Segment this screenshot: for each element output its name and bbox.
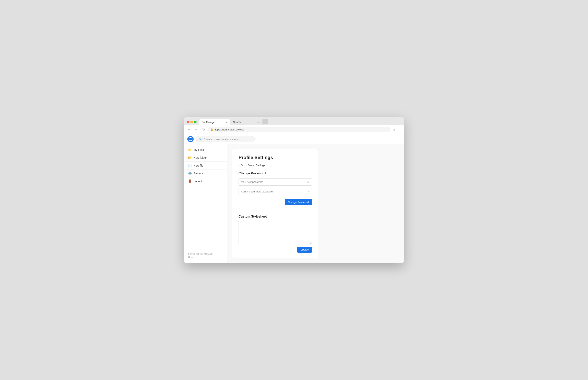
browser-window: File Manager × New Tab × ← → ↻ 🔒 https:/… <box>184 117 404 263</box>
maximize-button[interactable] <box>194 121 196 123</box>
confirm-password-input-wrapper: 👁 <box>239 188 312 195</box>
sidebar-item-logout-label: Logout <box>194 180 202 183</box>
logout-icon: 🚪 <box>188 179 192 183</box>
change-password-section-title: Change Password <box>239 172 312 175</box>
change-password-action: Change Password <box>239 198 312 205</box>
url-text: https://filemanager.project <box>214 128 388 131</box>
tab-bar: File Manager × New Tab × <box>199 119 401 125</box>
tab-new-tab-label: New Tab <box>233 121 242 124</box>
sidebar-item-settings-label: Settings <box>194 172 204 175</box>
sidebar-footer: Served with File Manager. Help <box>184 250 227 262</box>
sidebar: 📁 My Files 📂 New folder 📄 New file ⚙️ Se… <box>184 144 227 263</box>
sidebar-item-my-files[interactable]: 📁 My Files <box>184 146 227 154</box>
folder-plus-icon: 📂 <box>188 156 192 159</box>
search-bar[interactable]: 🔍 <box>196 136 255 142</box>
search-input[interactable] <box>204 138 252 141</box>
main-layout: 📁 My Files 📂 New folder 📄 New file ⚙️ Se… <box>184 144 404 263</box>
sidebar-item-my-files-label: My Files <box>194 148 204 152</box>
menu-icon[interactable]: ⋮ <box>397 127 401 132</box>
app-logo-inner <box>189 137 193 141</box>
sidebar-item-new-file[interactable]: 📄 New file <box>184 162 227 170</box>
custom-stylesheet-section-title: Custom Stylesheet <box>239 215 312 218</box>
app-content: 🔍 📁 My Files 📂 New folder 📄 New file <box>184 134 404 263</box>
confirm-password-input[interactable] <box>239 188 305 195</box>
settings-card: Profile Settings Go to Global Settings C… <box>232 149 318 258</box>
new-password-input-wrapper: 👁 <box>239 178 312 186</box>
app-logo <box>187 136 194 142</box>
sidebar-footer-line2[interactable]: Help <box>188 256 223 259</box>
tab-new-tab-close[interactable]: × <box>257 121 259 124</box>
minimize-button[interactable] <box>190 121 193 123</box>
new-tab-button[interactable] <box>263 119 268 124</box>
global-settings-link[interactable]: Go to Global Settings <box>239 163 312 167</box>
stylesheet-textarea[interactable] <box>239 221 312 244</box>
update-button[interactable]: Update <box>297 247 312 253</box>
reload-button[interactable]: ↻ <box>201 127 206 132</box>
new-password-eye-icon[interactable]: 👁 <box>305 180 312 184</box>
main-content: Profile Settings Go to Global Settings C… <box>227 144 404 263</box>
forward-button[interactable]: → <box>194 127 199 132</box>
page-title: Profile Settings <box>239 155 312 160</box>
search-icon: 🔍 <box>199 137 202 141</box>
traffic-lights <box>187 121 196 125</box>
update-action: Update <box>239 245 312 253</box>
change-password-button[interactable]: Change Password <box>285 199 312 205</box>
new-password-input[interactable] <box>239 178 305 185</box>
title-bar: File Manager × New Tab × <box>184 117 404 125</box>
app-header: 🔍 <box>184 134 404 144</box>
tab-file-manager-close[interactable]: × <box>226 121 228 124</box>
close-button[interactable] <box>187 121 189 123</box>
tab-file-manager[interactable]: File Manager × <box>199 119 230 125</box>
confirm-password-eye-icon[interactable]: 👁 <box>305 190 312 193</box>
global-settings-link-text: Go to Global Settings <box>241 164 265 167</box>
folder-icon: 📁 <box>188 148 192 152</box>
address-bar: ← → ↻ 🔒 https://filemanager.project ☆ ⋮ <box>184 125 404 134</box>
sidebar-item-logout[interactable]: 🚪 Logout <box>184 177 227 185</box>
url-lock-icon: 🔒 <box>210 128 213 131</box>
file-plus-icon: 📄 <box>188 164 192 167</box>
sidebar-item-settings[interactable]: ⚙️ Settings <box>184 170 227 177</box>
back-button[interactable]: ← <box>187 127 192 132</box>
address-actions: ☆ ⋮ <box>392 127 401 132</box>
tab-new-tab[interactable]: New Tab × <box>230 119 262 125</box>
sidebar-item-new-folder-label: New folder <box>194 156 207 159</box>
sidebar-item-new-folder[interactable]: 📂 New folder <box>184 154 227 162</box>
sidebar-item-new-file-label: New file <box>194 164 203 167</box>
confirm-password-group: 👁 <box>239 188 312 195</box>
settings-icon: ⚙️ <box>188 171 192 175</box>
url-bar[interactable]: 🔒 https://filemanager.project <box>208 127 390 132</box>
tab-file-manager-label: File Manager <box>202 121 215 124</box>
bookmark-icon[interactable]: ☆ <box>392 127 396 132</box>
sidebar-footer-line1: Served with File Manager. <box>188 252 223 256</box>
new-password-group: 👁 <box>239 178 312 186</box>
